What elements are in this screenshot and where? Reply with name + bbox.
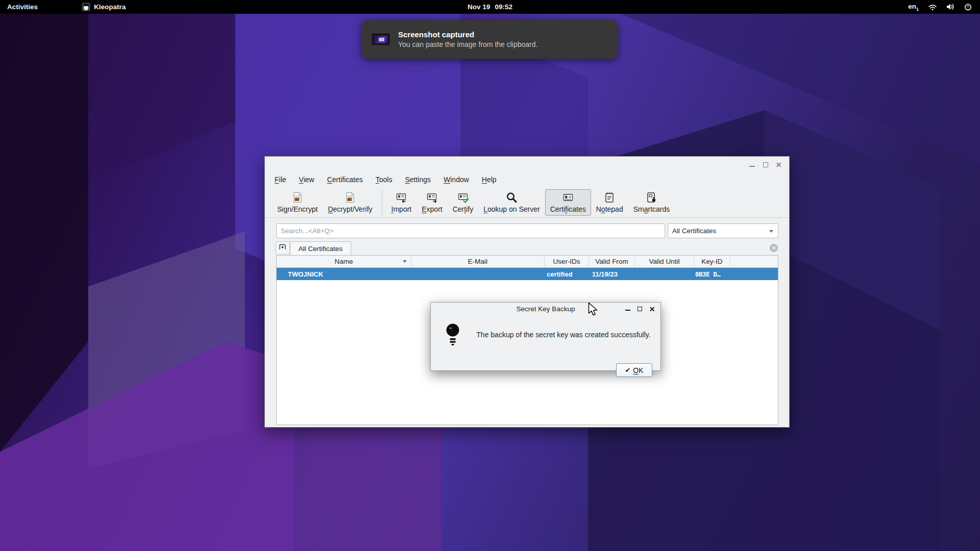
new-tab-button[interactable] (276, 241, 290, 255)
cell-valid-until (635, 268, 694, 280)
maximize-icon[interactable] (762, 162, 769, 168)
column-header-valid-from[interactable]: Valid From (589, 256, 635, 267)
table-row[interactable]: TWOJNICK certified 11/19/23 0B3E D… (277, 268, 778, 280)
volume-icon[interactable] (946, 3, 955, 11)
notification-banner[interactable]: Screenshot captured You can paste the im… (361, 20, 618, 59)
toolbar-export-button[interactable]: Export (416, 189, 447, 216)
sign-encrypt-icon (291, 191, 304, 204)
toolbar: Sign/Encrypt Decrypt/Verify (265, 186, 789, 218)
top-bar: Activities Kleopatra Nov 19 09:52 en1 (0, 0, 980, 14)
dialog-minimize-icon[interactable] (624, 306, 631, 312)
column-header-user-ids[interactable]: User-IDs (545, 256, 589, 267)
column-header-name[interactable]: Name (277, 256, 411, 267)
import-icon (395, 191, 407, 204)
tab-close-icon[interactable]: ✕ (770, 244, 778, 252)
kleopatra-window: ✕ File View Certificates Tools Settings … (264, 156, 790, 428)
clock-time: 09:52 (495, 3, 512, 11)
toolbar-certify-button[interactable]: Certify (448, 189, 478, 216)
minimize-icon[interactable] (749, 162, 755, 168)
menu-help[interactable]: Help (479, 174, 500, 185)
table-header: Name E-Mail User-IDs Valid From Valid Un… (277, 256, 778, 268)
app-menu-label: Kleopatra (94, 3, 126, 11)
keyboard-layout-indicator[interactable]: en1 (908, 3, 919, 12)
toolbar-notepad-button[interactable]: Notepad (591, 189, 628, 216)
cell-email (411, 268, 545, 280)
decrypt-verify-icon (344, 191, 356, 204)
toolbar-certificates-button[interactable]: Certificates (545, 189, 591, 216)
menu-file[interactable]: File (272, 174, 289, 185)
dialog-title: Secret Key Backup (517, 305, 575, 313)
dialog-message: The backup of the secret key was created… (471, 331, 656, 339)
app-menu-button[interactable]: Kleopatra (76, 0, 132, 14)
toolbar-sign-encrypt-button[interactable]: Sign/Encrypt (272, 189, 323, 216)
toolbar-lookup-button[interactable]: Lookup on Server (478, 189, 545, 216)
check-icon: ✔ (625, 366, 630, 374)
window-titlebar[interactable]: ✕ (265, 157, 789, 173)
menu-view[interactable]: View (296, 174, 317, 185)
notification-body: You can paste the image from the clipboa… (398, 40, 537, 48)
chevron-down-icon (769, 230, 773, 233)
cell-valid-from: 11/19/23 (589, 268, 635, 280)
cell-key-id: 0B3E D… (694, 268, 730, 280)
certify-icon (457, 191, 469, 204)
toolbar-separator (382, 190, 382, 215)
filter-value: All Certificates (672, 227, 716, 235)
desktop: Activities Kleopatra Nov 19 09:52 en1 (0, 0, 980, 551)
wifi-icon[interactable] (928, 4, 937, 11)
notepad-icon (603, 191, 616, 204)
activities-button[interactable]: Activities (0, 0, 45, 14)
column-header-email[interactable]: E-Mail (411, 256, 545, 267)
export-icon (426, 191, 438, 204)
clock-date: Nov 19 (468, 3, 490, 11)
certificate-filter-dropdown[interactable]: All Certificates (668, 223, 778, 238)
search-input[interactable] (276, 223, 665, 238)
toolbar-decrypt-verify-button[interactable]: Decrypt/Verify (323, 189, 377, 216)
column-header-key-id[interactable]: Key-ID (694, 256, 730, 267)
cell-name: TWOJNICK (277, 268, 411, 280)
cell-user-ids: certified (545, 268, 589, 280)
secret-key-backup-dialog: Secret Key Backup ✕ The backup of the se… (430, 302, 661, 371)
toolbar-import-button[interactable]: Import (386, 189, 417, 216)
clock-button[interactable]: Nov 19 09:52 (468, 3, 512, 11)
kleopatra-app-icon (82, 3, 90, 11)
power-icon[interactable] (964, 3, 972, 11)
dialog-titlebar[interactable]: Secret Key Backup ✕ (431, 303, 660, 315)
dialog-close-icon[interactable]: ✕ (649, 306, 655, 312)
tab-all-certificates[interactable]: All Certificates (290, 241, 351, 255)
menu-tools[interactable]: Tools (373, 174, 396, 185)
lightbulb-info-icon (444, 322, 461, 350)
mouse-cursor (588, 302, 599, 319)
menu-certificates[interactable]: Certificates (324, 174, 366, 185)
dialog-maximize-icon[interactable] (636, 306, 643, 312)
column-header-valid-until[interactable]: Valid Until (635, 256, 694, 267)
certificates-icon (562, 191, 574, 204)
menu-window[interactable]: Window (440, 174, 472, 185)
menu-bar: File View Certificates Tools Settings Wi… (265, 173, 789, 186)
lookup-icon (505, 191, 518, 204)
toolbar-smartcards-button[interactable]: Smartcards (628, 189, 675, 216)
screenshot-thumbnail-icon (372, 33, 390, 45)
ok-button[interactable]: ✔ OK (616, 363, 652, 377)
close-icon[interactable]: ✕ (775, 162, 782, 168)
sort-descending-icon (403, 260, 407, 263)
notification-title: Screenshot captured (398, 30, 537, 39)
new-tab-icon (279, 243, 287, 253)
smartcards-icon (645, 191, 657, 204)
tab-bar: All Certificates ✕ (265, 241, 789, 255)
menu-settings[interactable]: Settings (402, 174, 434, 185)
